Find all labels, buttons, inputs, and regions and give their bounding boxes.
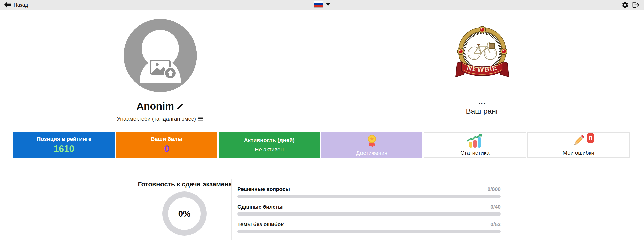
card-title: Достижения bbox=[356, 150, 387, 156]
caret-down-icon bbox=[326, 3, 330, 6]
newbie-badge-icon: NEWBIE bbox=[455, 25, 509, 85]
topbar-actions bbox=[621, 1, 644, 9]
section-divider bbox=[231, 179, 232, 240]
points-value: 0 bbox=[164, 143, 169, 154]
stat-cards-row: Позиция в рейтинге 1610 Ваши балы 0 Акти… bbox=[13, 132, 630, 158]
rating-position-value: 1610 bbox=[54, 143, 74, 154]
card-points: Ваши балы 0 bbox=[116, 132, 217, 158]
medal-icon bbox=[366, 135, 378, 148]
progress-list: Решенные вопросы 0/800 Сданные билеты 0/… bbox=[237, 186, 501, 239]
readiness-title: Готовность к сдаче экзамена bbox=[134, 180, 236, 188]
progress-label: Темы без ошибок bbox=[237, 221, 284, 227]
language-selector[interactable] bbox=[314, 1, 330, 8]
back-label: Назад bbox=[14, 2, 28, 8]
activity-status: Не активен bbox=[255, 146, 284, 153]
username-row: Anonim bbox=[85, 101, 236, 112]
progress-row-solved-questions: Решенные вопросы 0/800 bbox=[237, 186, 501, 198]
progress-label: Сданные билеты bbox=[237, 204, 283, 210]
readiness-percent: 0% bbox=[178, 209, 190, 219]
progress-bar bbox=[237, 230, 501, 233]
edit-pencil-icon[interactable] bbox=[176, 103, 184, 110]
progress-bar bbox=[237, 195, 501, 198]
card-title: Активность (дней) bbox=[244, 137, 294, 144]
mistakes-count-badge: 0 bbox=[587, 133, 594, 143]
back-arrow-icon bbox=[4, 2, 11, 8]
card-statistics[interactable]: Статистика bbox=[424, 132, 526, 158]
menu-list-icon[interactable] bbox=[198, 116, 204, 121]
card-rating-position: Позиция в рейтинге 1610 bbox=[13, 132, 115, 158]
card-title: Ваши балы bbox=[151, 136, 182, 142]
card-title: Статистика bbox=[460, 150, 490, 156]
progress-bar bbox=[237, 212, 501, 216]
card-title: Мои ошибки bbox=[563, 150, 594, 156]
logout-icon[interactable] bbox=[632, 1, 640, 9]
username: Anonim bbox=[137, 101, 174, 112]
russian-flag-icon bbox=[314, 1, 323, 8]
avatar-placeholder-icon bbox=[124, 19, 197, 92]
progress-value: 0/800 bbox=[487, 186, 501, 192]
settings-gear-icon[interactable] bbox=[621, 1, 629, 9]
progress-row-error-free-topics: Темы без ошибок 0/53 bbox=[237, 221, 501, 233]
rank-badge[interactable]: NEWBIE bbox=[455, 25, 509, 85]
avatar[interactable] bbox=[124, 19, 197, 92]
school-row: Унаамектеби (тандалган эмес) bbox=[72, 116, 248, 122]
school-label: Унаамектеби (тандалган эмес) bbox=[117, 116, 196, 122]
card-title: Позиция в рейтинге bbox=[37, 136, 91, 142]
card-activity: Активность (дней) Не активен bbox=[219, 132, 320, 158]
progress-row-passed-tickets: Сданные билеты 0/40 bbox=[237, 204, 501, 216]
back-button[interactable]: Назад bbox=[0, 2, 28, 8]
rank-value: ... bbox=[445, 98, 520, 106]
topbar: Назад bbox=[0, 0, 644, 10]
readiness-donut: 0% bbox=[162, 191, 207, 236]
progress-label: Решенные вопросы bbox=[237, 186, 290, 192]
card-my-mistakes[interactable]: 0 Мои ошибки bbox=[527, 132, 630, 158]
progress-value: 0/53 bbox=[490, 221, 501, 227]
progress-value: 0/40 bbox=[490, 204, 501, 210]
card-achievements[interactable]: Достижения bbox=[321, 132, 422, 158]
pencil-icon bbox=[571, 133, 586, 148]
bar-chart-icon bbox=[467, 134, 483, 148]
profile-page: Назад bbox=[0, 0, 644, 240]
rank-label: Ваш ранг bbox=[445, 107, 520, 115]
